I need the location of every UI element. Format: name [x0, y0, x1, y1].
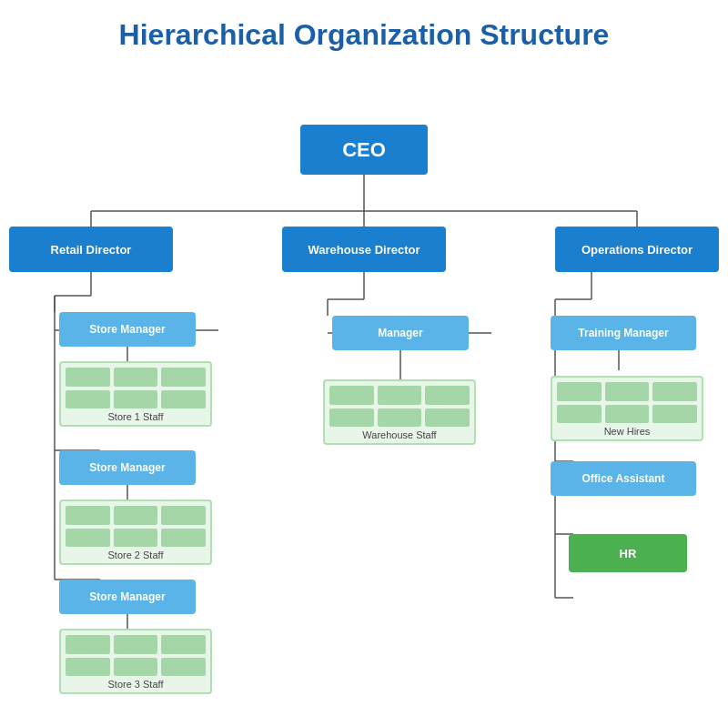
- staff-cell: [605, 405, 650, 424]
- store-1-staff-node: Store 1 Staff: [59, 361, 212, 427]
- store-3-staff-label: Store 3 Staff: [61, 679, 210, 690]
- staff-cell: [66, 635, 110, 654]
- staff-cell: [329, 386, 374, 405]
- store-2-staff-label: Store 2 Staff: [61, 550, 210, 560]
- staff-cell: [114, 529, 158, 548]
- staff-cell: [66, 506, 110, 525]
- store-manager-1-node: Store Manager: [59, 312, 196, 347]
- staff-cell: [66, 390, 110, 409]
- warehouse-director-node: Warehouse Director: [282, 227, 446, 272]
- staff-cell: [161, 368, 206, 387]
- staff-cell: [161, 390, 206, 409]
- staff-cell: [161, 506, 206, 525]
- retail-director-node: Retail Director: [9, 227, 173, 272]
- staff-cell: [557, 405, 602, 424]
- staff-cell: [378, 386, 422, 405]
- store-1-staff-label: Store 1 Staff: [61, 411, 210, 422]
- store-manager-3-node: Store Manager: [59, 580, 196, 614]
- staff-cell: [114, 635, 158, 654]
- staff-cell: [329, 408, 374, 428]
- warehouse-staff-label: Warehouse Staff: [325, 429, 474, 440]
- staff-cell: [425, 386, 470, 405]
- staff-cell: [114, 368, 158, 387]
- chart-title: Hierarchical Organization Structure: [9, 18, 719, 52]
- staff-cell: [114, 506, 158, 525]
- staff-cell: [425, 408, 470, 428]
- staff-cell: [557, 382, 602, 401]
- staff-cell: [161, 529, 206, 548]
- training-manager-node: Training Manager: [551, 316, 696, 350]
- staff-cell: [161, 658, 206, 677]
- new-hires-node: New Hires: [551, 376, 703, 441]
- operations-director-node: Operations Director: [555, 227, 719, 272]
- staff-cell: [652, 382, 697, 401]
- staff-cell: [66, 658, 110, 677]
- warehouse-manager-node: Manager: [332, 316, 469, 350]
- staff-cell: [114, 390, 158, 409]
- org-wrapper: CEO Retail Director Warehouse Director O…: [9, 70, 719, 707]
- staff-cell: [161, 635, 206, 654]
- staff-cell: [652, 405, 697, 424]
- new-hires-label: New Hires: [552, 426, 702, 437]
- staff-cell: [605, 382, 650, 401]
- chart-container: Hierarchical Organization Structure: [0, 0, 728, 716]
- store-manager-2-node: Store Manager: [59, 450, 196, 485]
- ceo-node: CEO: [300, 125, 428, 175]
- staff-cell: [114, 658, 158, 677]
- staff-cell: [378, 408, 422, 428]
- staff-cell: [66, 529, 110, 548]
- hr-node: HR: [569, 534, 687, 572]
- staff-cell: [66, 368, 110, 387]
- office-assistant-node: Office Assistant: [551, 461, 696, 496]
- store-2-staff-node: Store 2 Staff: [59, 499, 212, 565]
- warehouse-staff-node: Warehouse Staff: [323, 379, 476, 445]
- store-3-staff-node: Store 3 Staff: [59, 629, 212, 694]
